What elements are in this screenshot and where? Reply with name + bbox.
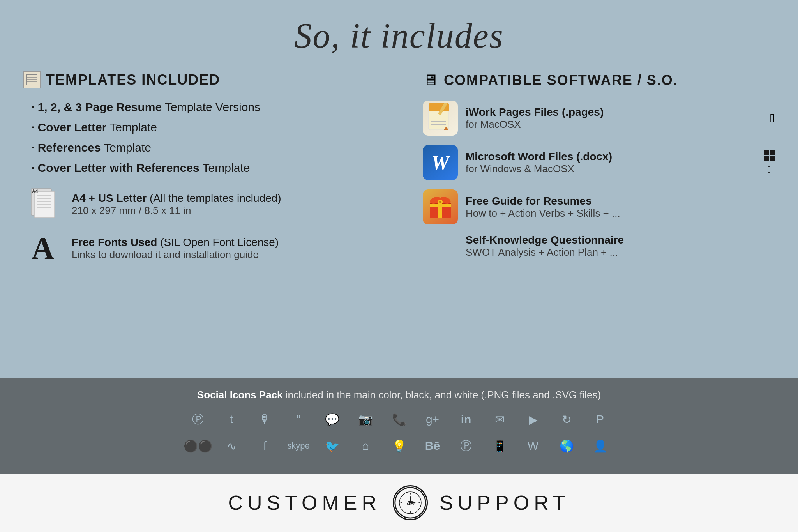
- svg-rect-0: [27, 75, 37, 85]
- list-item: Cover Letter with References Template: [31, 161, 375, 175]
- svg-text:48: 48: [407, 500, 414, 507]
- templates-section-title: TEMPLATES INCLUDED: [23, 71, 375, 88]
- a4-item: A4 A4 + US Letter (All the templates inc…: [23, 187, 375, 222]
- questionnaire-text: Self-Knowledge Questionnaire SWOT Analys…: [466, 234, 775, 258]
- a4-size-text: 210 x 297 mm / 8.5 x 11 in: [72, 205, 281, 217]
- svg-rect-14: [429, 110, 449, 111]
- vimeo-icon: Ⓟ: [188, 410, 208, 429]
- templates-list: 1, 2, & 3 Page Resume Template Versions …: [23, 100, 375, 175]
- youtube-icon: ▶: [523, 410, 543, 429]
- content-area: TEMPLATES INCLUDED 1, 2, & 3 Page Resume…: [0, 67, 798, 378]
- footer-right-text: SUPPORT: [440, 491, 570, 514]
- list-item: 1, 2, & 3 Page Resume Template Versions: [31, 100, 375, 114]
- windows-icon: [764, 150, 775, 161]
- linkedin-icon: in: [456, 410, 476, 429]
- vine-icon: Ⓟ: [456, 436, 476, 456]
- column-divider: [399, 71, 399, 370]
- list-item: References Template: [31, 141, 375, 155]
- template-icon: [23, 71, 41, 88]
- pages-os-icons: : [770, 111, 775, 125]
- fonts-item: A Free Fonts Used (SIL Open Font License…: [23, 233, 375, 264]
- word-text: Microsoft Word Files (.docx) for Windows…: [466, 150, 756, 175]
- compat-title-text: COMPATIBLE SOFTWARE / S.O.: [444, 72, 678, 88]
- whatsapp-icon: 📱: [490, 436, 509, 456]
- footer-left-text: CUSTOMER: [228, 491, 381, 514]
- guide-text: Free Guide for Resumes How to + Action V…: [466, 195, 775, 219]
- rss-icon: ∿: [222, 436, 241, 456]
- pages-text: iWork Pages Files (.pages) for MacOSX: [466, 106, 762, 131]
- compat-section-title: 🖥 COMPATIBLE SOFTWARE / S.O.: [423, 71, 775, 89]
- email-icon: ✉: [490, 410, 509, 429]
- questionnaire-name: Self-Knowledge Questionnaire: [466, 234, 775, 246]
- font-icon: A: [23, 233, 62, 264]
- refresh-icon: ↻: [557, 410, 576, 429]
- phone-icon: 📞: [389, 410, 409, 429]
- svg-rect-24: [430, 204, 451, 207]
- iwork-item: iWork Pages Files (.pages) for MacOSX : [423, 101, 775, 136]
- bulb-icon: 💡: [389, 436, 409, 456]
- flickr-icon: ⚫⚫: [188, 436, 208, 456]
- instagram-icon: 📷: [356, 410, 375, 429]
- a4-icon: A4: [23, 187, 62, 222]
- facebook-icon: f: [255, 436, 275, 456]
- guide-item: Free Guide for Resumes How to + Action V…: [423, 189, 775, 224]
- questionnaire-item: Self-Knowledge Questionnaire SWOT Analys…: [423, 234, 775, 258]
- chat-icon: 💬: [322, 410, 342, 429]
- apple-icon-2: : [768, 164, 771, 175]
- behance-icon: Bē: [423, 436, 442, 456]
- apple-icon: : [770, 111, 775, 125]
- pages-name: iWork Pages Files (.pages): [466, 106, 762, 118]
- bottom-left-items: A4 A4 + US Letter (All the templates inc…: [23, 187, 375, 264]
- tumblr-icon: t: [222, 410, 241, 429]
- pages-sub: for MacOSX: [466, 118, 762, 131]
- social-title: Social Icons Pack included in the main c…: [23, 389, 775, 401]
- pages-icon: [423, 101, 458, 136]
- fonts-sub-text: Links to download it and installation gu…: [72, 249, 279, 261]
- home-icon: ⌂: [356, 436, 375, 456]
- social-icons-row-2: ⚫⚫ ∿ f skype 🐦 ⌂ 💡 Bē Ⓟ 📱 W 🌎 👤: [23, 436, 775, 456]
- word-sub: for Windows & MacOSX: [466, 163, 756, 175]
- page-title: So, it includes: [0, 16, 798, 56]
- podcast-icon: 🎙: [255, 410, 275, 429]
- skype-icon: skype: [289, 436, 308, 456]
- quote-icon: ”: [289, 410, 308, 429]
- left-column: TEMPLATES INCLUDED 1, 2, & 3 Page Resume…: [23, 71, 375, 370]
- guide-sub: How to + Action Verbs + Skills + ...: [466, 207, 775, 219]
- monitor-icon: 🖥: [423, 71, 438, 89]
- a4-text: A4 + US Letter (All the templates includ…: [72, 192, 281, 217]
- list-item: Cover Letter Template: [31, 120, 375, 134]
- word-icon: W: [423, 145, 458, 180]
- gift-icon: [423, 189, 458, 224]
- guide-name: Free Guide for Resumes: [466, 195, 775, 207]
- word-os-icons: : [764, 150, 775, 175]
- user-icon: 👤: [590, 436, 610, 456]
- word-item: W Microsoft Word Files (.docx) for Windo…: [423, 145, 775, 180]
- header: So, it includes: [0, 0, 798, 67]
- questionnaire-sub: SWOT Analysis + Action Plan + ...: [466, 246, 775, 258]
- social-bar: Social Icons Pack included in the main c…: [0, 378, 798, 474]
- footer-logo: 48: [393, 485, 428, 520]
- fonts-text: Free Fonts Used (SIL Open Font License) …: [72, 236, 279, 261]
- wordpress-icon: W: [523, 436, 543, 456]
- globe-icon: 🌎: [557, 436, 576, 456]
- social-icons-row-1: Ⓟ t 🎙 ” 💬 📷 📞 g+ in ✉ ▶ ↻ P: [23, 410, 775, 429]
- svg-text:A4: A4: [32, 189, 38, 194]
- word-name: Microsoft Word Files (.docx): [466, 150, 756, 163]
- svg-point-28: [439, 201, 441, 203]
- main-container: So, it includes TEMPLATES INCLUDED: [0, 0, 798, 532]
- pinterest-icon: P: [590, 410, 610, 429]
- footer: CUSTOMER 48 SUPPORT: [0, 474, 798, 532]
- twitter-icon: 🐦: [322, 436, 342, 456]
- gplus-icon: g+: [423, 410, 442, 429]
- compat-items: iWork Pages Files (.pages) for MacOSX  …: [423, 101, 775, 258]
- right-column: 🖥 COMPATIBLE SOFTWARE / S.O.: [423, 71, 775, 370]
- templates-title-text: TEMPLATES INCLUDED: [46, 72, 220, 88]
